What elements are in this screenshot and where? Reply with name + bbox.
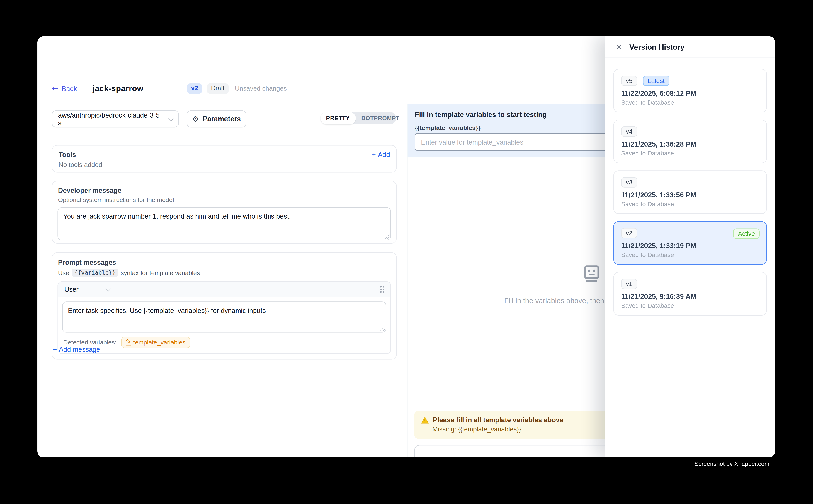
version-badge: v2 — [187, 84, 202, 94]
syntax-suffix: syntax for template variables — [121, 269, 200, 276]
version-saved-label: Saved to Database — [621, 302, 759, 309]
pencil-icon: ✎ — [126, 339, 131, 346]
version-number-badge: v5 — [621, 76, 637, 86]
add-tool-button[interactable]: + Add — [372, 151, 390, 159]
user-message-textarea[interactable]: Enter task specifics. Use {{template_var… — [62, 301, 386, 332]
version-saved-label: Saved to Database — [621, 150, 759, 157]
add-message-button[interactable]: + Add message — [53, 346, 100, 353]
tools-empty-text: No tools added — [59, 161, 390, 168]
developer-message-title: Developer message — [57, 186, 391, 194]
version-history-header: ✕ Version History — [605, 36, 775, 58]
developer-message-subtitle: Optional system instructions for the mod… — [57, 196, 391, 204]
message-role-header: User — [58, 282, 390, 297]
unsaved-changes-label: Unsaved changes — [235, 85, 287, 92]
version-card-v1[interactable]: v1 11/21/2025, 9:16:39 AM Saved to Datab… — [614, 272, 767, 316]
add-tool-label: Add — [378, 151, 390, 159]
draft-badge: Draft — [207, 84, 229, 94]
variable-chip-label: template_variables — [133, 339, 185, 346]
tools-card: Tools + Add No tools added — [52, 145, 397, 173]
version-history-list: v5 Latest 11/22/2025, 6:08:12 PM Saved t… — [605, 58, 775, 326]
watermark: Screenshot by Xnapper.com — [0, 461, 769, 467]
version-timestamp: 11/21/2025, 9:16:39 AM — [621, 293, 759, 300]
model-select-value: aws/anthropic/bedrock-claude-3-5-s... — [58, 111, 168, 127]
back-arrow-icon: ← — [52, 85, 58, 92]
template-variable-chip[interactable]: ✎ template_variables — [121, 337, 190, 348]
bot-icon — [582, 265, 600, 285]
app-window: ← Back jack-sparrow v2 Draft Unsaved cha… — [37, 36, 775, 457]
version-timestamp: 11/22/2025, 6:08:12 PM — [621, 90, 759, 97]
version-number-badge: v1 — [621, 279, 637, 289]
plus-icon: + — [53, 346, 57, 353]
toggle-dotprompt[interactable]: DOTPROMPT — [356, 112, 405, 124]
version-history-panel: ✕ Version History v5 Latest 11/22/2025, … — [605, 36, 775, 457]
developer-message-card: Developer message Optional system instru… — [52, 181, 397, 244]
latest-badge: Latest — [643, 76, 669, 86]
version-saved-label: Saved to Database — [621, 200, 759, 208]
model-select[interactable]: aws/anthropic/bedrock-claude-3-5-s... — [52, 110, 179, 128]
drag-handle-icon[interactable] — [380, 286, 384, 293]
developer-message-textarea[interactable]: You are jack sparrow number 1, respond a… — [57, 207, 391, 240]
banner-title: Fill in template variables to start test… — [415, 111, 547, 119]
version-number-badge: v2 — [621, 228, 637, 238]
version-saved-label: Saved to Database — [621, 99, 759, 106]
syntax-prefix: Use — [58, 269, 69, 276]
detected-variables-row: Detected variables: ✎ template_variables — [58, 333, 390, 353]
add-message-label: Add message — [59, 346, 100, 353]
role-select-value: User — [64, 285, 78, 293]
version-card-v5[interactable]: v5 Latest 11/22/2025, 6:08:12 PM Saved t… — [614, 69, 767, 112]
view-mode-toggle: PRETTY DOTPROMPT — [320, 112, 396, 124]
template-variable-label: {{template_variables}} — [415, 124, 481, 131]
version-history-title: Version History — [629, 43, 685, 51]
version-number-badge: v3 — [621, 177, 637, 188]
back-label: Back — [61, 85, 77, 92]
version-timestamp: 11/21/2025, 1:33:56 PM — [621, 191, 759, 199]
parameters-label: Parameters — [203, 115, 241, 123]
page-header: ← Back jack-sparrow v2 Draft Unsaved cha… — [52, 82, 287, 95]
version-timestamp: 11/21/2025, 1:36:28 PM — [621, 140, 759, 148]
message-card: User Enter task specifics. Use {{templat… — [57, 281, 391, 354]
toggle-pretty[interactable]: PRETTY — [320, 112, 356, 124]
version-number-badge: v4 — [621, 126, 637, 137]
page-title: jack-sparrow — [92, 84, 143, 93]
gear-icon: ⚙ — [192, 114, 199, 124]
plus-icon: + — [372, 151, 376, 159]
chevron-down-icon[interactable] — [105, 286, 111, 292]
prompt-messages-title: Prompt messages — [57, 258, 391, 266]
version-card-v4[interactable]: v4 11/21/2025, 1:36:28 PM Saved to Datab… — [614, 120, 767, 163]
active-badge: Active — [733, 228, 760, 239]
version-card-v3[interactable]: v3 11/21/2025, 1:33:56 PM Saved to Datab… — [614, 170, 767, 214]
syntax-code-chip: {{variable}} — [72, 269, 118, 277]
version-timestamp: 11/21/2025, 1:33:19 PM — [621, 242, 759, 250]
warning-icon — [421, 416, 429, 424]
tools-title: Tools — [59, 151, 76, 159]
back-button[interactable]: ← Back — [52, 85, 77, 92]
chevron-down-icon — [168, 115, 174, 121]
detected-variables-label: Detected variables: — [63, 339, 116, 346]
prompt-messages-card: Prompt messages Use {{variable}} syntax … — [52, 252, 397, 360]
stage: ← Back jack-sparrow v2 Draft Unsaved cha… — [0, 0, 813, 504]
close-icon[interactable]: ✕ — [616, 43, 622, 51]
version-card-v2-active[interactable]: v2 Active 11/21/2025, 1:33:19 PM Saved t… — [614, 221, 767, 265]
syntax-hint: Use {{variable}} syntax for template var… — [57, 269, 391, 277]
parameters-button[interactable]: ⚙ Parameters — [186, 110, 246, 128]
version-saved-label: Saved to Database — [621, 251, 759, 258]
warning-title: Please fill in all template variables ab… — [433, 416, 563, 424]
